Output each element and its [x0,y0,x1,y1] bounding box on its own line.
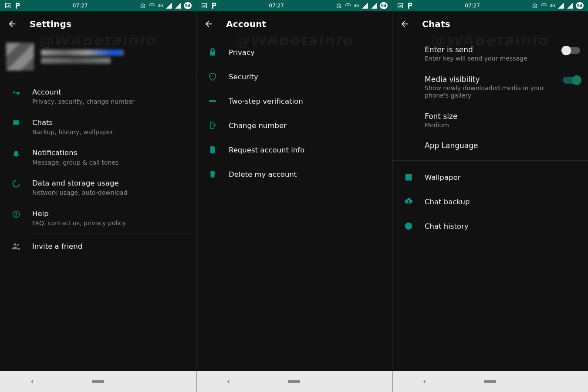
app-bar: Account [196,11,392,37]
back-button[interactable] [399,19,410,29]
item-title: Chat history [425,222,469,230]
shield-icon [206,72,219,81]
account-item-request-info[interactable]: Request account info [196,138,392,162]
item-title: Wallpaper [425,173,461,182]
screen-chats: 07:27 4G 94 Chats @WABetaInfo Enter is s… [392,0,588,392]
chats-item-backup[interactable]: Chat backup [392,189,588,214]
item-sub: Backup, history, wallpaper [32,128,189,136]
nav-back-button[interactable] [224,378,232,385]
item-title: Data and storage usage [32,179,189,188]
phone-swap-icon [206,121,219,130]
item-sub: Enter key will send your message [425,55,555,63]
settings-item-notifications[interactable]: Notifications Message, group & call tone… [0,142,196,172]
lock-icon [206,48,219,57]
arrow-left-icon [204,19,213,29]
account-content: @WABetaInfo Privacy Security Two-step ve… [196,37,392,371]
status-time: 07:27 [413,3,531,9]
chats-item-history[interactable]: Chat history [392,214,588,238]
app-bar: Settings [0,11,196,37]
invite-friend[interactable]: Invite a friend [0,233,196,259]
item-title: Invite a friend [32,242,82,250]
nav-bar [0,371,196,392]
nav-home-button[interactable] [484,380,496,383]
status-bar: 07:27 4G 94 [0,0,196,11]
account-item-delete[interactable]: Delete my account [196,162,392,186]
history-icon [402,222,415,230]
item-title: App Language [425,141,572,150]
chats-item-wallpaper[interactable]: Wallpaper [392,165,588,189]
bell-icon [10,149,23,158]
network-4g-label: 4G [158,3,163,8]
svg-point-5 [14,243,17,246]
item-sub: FAQ, contact us, privacy policy [32,219,189,227]
toggle-enter-send[interactable] [563,47,580,54]
chats-enter-send[interactable]: Enter is send Enter key will send your m… [415,39,588,69]
toggle-media-visibility[interactable] [563,77,580,84]
settings-item-chats[interactable]: Chats Backup, history, wallpaper [0,112,196,142]
key-icon [10,88,23,97]
back-button[interactable] [203,19,214,29]
screen-settings: 07:27 4G 94 Settings @WABetaInfo Acc [0,0,196,392]
account-item-change-number[interactable]: Change number [196,113,392,138]
signal-icon-2 [371,2,378,9]
battery-badge: 94 [380,2,388,9]
profile-row[interactable] [0,37,196,77]
item-sub: Network usage, auto-download [32,189,189,196]
chats-content: @WABetaInfo Enter is send Enter key will… [392,37,588,371]
item-title: Delete my account [229,170,297,179]
nav-bar [196,371,392,392]
chats-font-size[interactable]: Font size Medium [415,106,588,135]
pin-icon [206,97,219,105]
alarm-icon [139,2,146,9]
p-icon [14,2,21,9]
nav-home-button[interactable] [92,380,104,383]
svg-point-1 [152,5,153,7]
signal-icon-2 [567,2,574,9]
battery-badge: 94 [576,2,584,9]
settings-item-data[interactable]: Data and storage usage Network usage, au… [0,172,196,203]
account-item-two-step[interactable]: Two-step verification [196,89,392,113]
back-button[interactable] [7,19,17,29]
profile-status-redacted [41,57,111,64]
chats-app-language[interactable]: App Language [415,135,588,156]
item-title: Change number [229,122,287,130]
nav-back-button[interactable] [420,378,428,385]
item-title: Chat backup [425,198,470,206]
app-bar: Chats [392,11,588,37]
account-item-security[interactable]: Security [196,64,392,89]
network-4g-label: 4G [354,3,359,8]
item-title: Help [32,209,189,218]
page-title: Account [226,19,266,29]
p-icon [210,2,217,9]
signal-icon-2 [175,2,182,9]
item-title: Enter is send [425,45,555,54]
cloud-upload-icon [402,197,415,206]
account-item-privacy[interactable]: Privacy [196,40,392,64]
svg-text:?: ? [15,212,17,217]
image-icon [4,2,11,9]
status-time: 07:27 [217,3,335,9]
nav-bar [392,371,588,392]
network-4g-label: 4G [550,3,555,8]
nav-home-button[interactable] [288,380,300,383]
settings-item-help[interactable]: ? Help FAQ, contact us, privacy policy [0,203,196,233]
status-time: 07:27 [21,3,139,9]
item-sub: Privacy, security, change number [32,98,189,105]
item-sub: Message, group & call tones [32,159,189,166]
hotspot-icon [541,2,547,9]
screen-account: 07:27 4G 94 Account @WABetaInfo Privacy … [196,0,392,392]
nav-back-button[interactable] [28,378,36,385]
divider [392,160,588,161]
settings-item-account[interactable]: Account Privacy, security, change number [0,81,196,112]
chats-media-visibility[interactable]: Media visibility Show newly downloaded m… [415,69,588,106]
arrow-left-icon [400,19,409,29]
item-title: Request account info [229,146,304,154]
p-icon [406,2,413,9]
battery-badge: 94 [184,2,192,9]
svg-point-11 [212,101,213,101]
wallpaper-icon [402,173,415,182]
alarm-icon [531,2,538,9]
item-title: Font size [425,112,572,121]
page-title: Settings [30,19,71,29]
profile-name-redacted [41,50,124,56]
